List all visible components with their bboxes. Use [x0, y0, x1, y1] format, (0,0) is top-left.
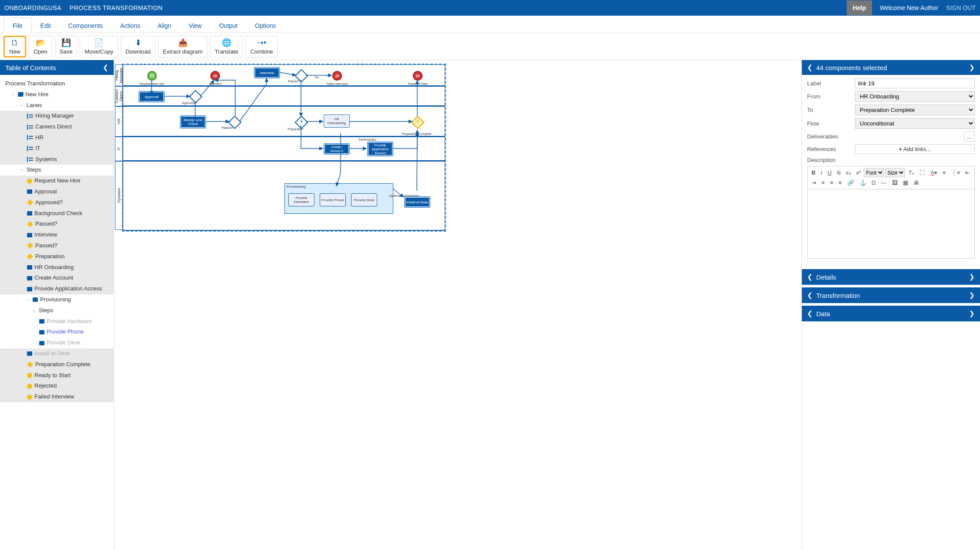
tool-open[interactable]: 📂Open — [29, 36, 52, 57]
task-hr-onboarding[interactable]: HR Onboarding — [324, 115, 350, 128]
size-select[interactable]: Size — [885, 168, 905, 177]
gateway-preparation-complete[interactable]: + Preparation Complete — [411, 115, 424, 129]
tree-item-steps[interactable]: -Steps — [0, 305, 114, 316]
image-button[interactable]: 🖼 — [890, 178, 900, 187]
indent-button[interactable]: ⇥ — [809, 178, 818, 187]
menu-view[interactable]: View — [180, 18, 210, 33]
tree-item-approved-[interactable]: Approved? — [0, 197, 114, 208]
tree-item-steps[interactable]: -Steps — [0, 165, 114, 175]
properties-header[interactable]: ❮ 44 components selected ❯ — [802, 60, 980, 75]
task-provide-hardware[interactable]: Provide Hardware — [288, 193, 314, 206]
text-color-button[interactable]: A▾ — [928, 168, 939, 177]
ordered-list-button[interactable]: ≡ — [940, 168, 948, 177]
align-center-button[interactable]: ≡ — [828, 178, 836, 187]
accordion-data[interactable]: ❮ Data ❯ — [802, 306, 980, 321]
gateway-approved[interactable]: Approved? — [189, 90, 202, 103]
task-interview[interactable]: Interview — [254, 67, 280, 78]
task-provide-application-access[interactable]: Provide Application Access — [367, 142, 393, 156]
align-left-button[interactable]: ≡ — [819, 178, 827, 187]
breadcrumb-onboardingusa[interactable]: ONBOARDINGUSA — [4, 4, 61, 11]
tree-item-rejected[interactable]: Rejected — [0, 381, 114, 391]
menu-align[interactable]: Align — [149, 18, 180, 33]
tool-download[interactable]: ⬇Download — [121, 36, 155, 57]
tree-item-create-account[interactable]: Create Account — [0, 273, 114, 283]
tree-item-systems[interactable]: Systems — [0, 154, 114, 165]
tool-save[interactable]: 💾Save — [55, 36, 78, 57]
tree-item-careers-direct[interactable]: Careers Direct — [0, 121, 114, 132]
tree-item-background-check[interactable]: Background Check — [0, 208, 114, 219]
unordered-list-button[interactable]: ⋮≡ — [949, 168, 963, 177]
tool-move-copy[interactable]: 📄Move/Copy — [80, 36, 118, 57]
tree-item-hr[interactable]: HR — [0, 132, 114, 143]
symbol-button[interactable]: Ω — [869, 178, 878, 187]
to-select[interactable]: Preparation Complete — [855, 105, 975, 115]
superscript-button[interactable]: x² — [854, 168, 863, 177]
toc-header[interactable]: Table of Contents ❮ — [0, 60, 114, 75]
task-provide-phone[interactable]: Provide Phone — [320, 193, 346, 206]
tree-item-it[interactable]: IT — [0, 143, 114, 154]
tree-item-request-new-hire[interactable]: Request New Hire — [0, 175, 114, 186]
tree-item-hiring-manager[interactable]: Hiring Manager — [0, 111, 114, 121]
tree-item-passed-[interactable]: Passed? — [0, 219, 114, 229]
diagram-canvas[interactable]: Hiring Manager Careers Direct HR IT Syst… — [114, 60, 801, 550]
from-select[interactable]: HR Onboarding — [855, 91, 975, 102]
end-event-rejected[interactable]: ✉ Rejected — [210, 71, 220, 81]
tree-item-install-at-desk[interactable]: Install at Desk — [0, 348, 114, 359]
start-event-request-new-hire[interactable]: ✉ Request New Hire — [147, 71, 157, 81]
fullscreen-button[interactable]: ⛶ — [917, 168, 927, 177]
tree-item-provisioning[interactable]: -Provisioning — [0, 294, 114, 305]
table-button[interactable]: ▦ — [901, 178, 910, 187]
link-button[interactable]: 🔗 — [845, 178, 856, 187]
tree-item-approval[interactable]: Approval — [0, 186, 114, 197]
end-event-ready-to-start[interactable]: ✉ Ready to Start — [413, 71, 422, 81]
clear-format-button[interactable]: Tₓ — [906, 168, 916, 177]
tree-item-hr-onboarding[interactable]: HR Onboarding — [0, 262, 114, 273]
tool-combine[interactable]: ⇢•Combine — [246, 36, 278, 57]
gateway-passed-interview[interactable]: Passed? — [294, 69, 308, 82]
tree-item-interview[interactable]: Interview — [0, 229, 114, 240]
subscript-button[interactable]: x₂ — [844, 168, 853, 177]
breadcrumb-process-transformation[interactable]: PROCESS TRANSFORMATION — [70, 4, 163, 11]
accordion-details[interactable]: ❮ Details ❯ — [802, 269, 980, 285]
align-right-button[interactable]: ≡ — [836, 178, 844, 187]
task-provide-desk[interactable]: Provide Desk — [351, 193, 377, 206]
tree-item-ready-to-start[interactable]: Ready to Start — [0, 370, 114, 381]
tree-item-provide-hardware[interactable]: Provide Hardware — [0, 316, 114, 327]
tree-item-provide-phone[interactable]: Provide Phone — [0, 327, 114, 337]
tree-item-new-hire[interactable]: -New Hire — [0, 89, 114, 100]
font-select[interactable]: Font — [864, 168, 884, 177]
tree-item-passed-[interactable]: Passed? — [0, 240, 114, 251]
sign-out-link[interactable]: SIGN OUT — [946, 4, 976, 11]
task-background-check[interactable]: Background Check — [180, 115, 206, 128]
anchor-button[interactable]: ⚓ — [857, 178, 868, 187]
tree-root[interactable]: Process Transformation — [0, 78, 114, 89]
deliverables-more-button[interactable]: ... — [964, 132, 975, 142]
underline-button[interactable]: U — [825, 168, 834, 177]
gateway-preparation[interactable]: + Preparation — [294, 115, 308, 129]
help-button[interactable]: Help — [847, 0, 872, 15]
outdent-button[interactable]: ⇤ — [963, 168, 972, 177]
label-input[interactable] — [855, 78, 975, 88]
hr-button[interactable]: — — [879, 178, 889, 187]
italic-button[interactable]: I — [818, 168, 825, 177]
menu-output[interactable]: Output — [210, 18, 246, 33]
task-create-account[interactable]: Create Account — [324, 143, 350, 155]
bold-button[interactable]: B — [809, 168, 818, 177]
menu-edit[interactable]: Edit — [32, 18, 60, 33]
tree-item-provide-application-access[interactable]: Provide Application Access — [0, 283, 114, 294]
tool-translate[interactable]: 🌐Translate — [210, 36, 243, 57]
end-event-failed-interview[interactable]: ✉ Failed Interview — [332, 71, 342, 81]
accordion-transformation[interactable]: ❮ Transformation ❯ — [802, 287, 980, 303]
tree-item-preparation[interactable]: Preparation — [0, 251, 114, 262]
description-editor[interactable] — [807, 189, 975, 259]
tree-item-lanes[interactable]: -Lanes — [0, 100, 114, 111]
tree-item-provide-desk[interactable]: Provide Desk — [0, 337, 114, 348]
tree-item-failed-interview[interactable]: Failed Interview — [0, 391, 114, 402]
task-install-at-desk[interactable]: Install at Desk — [404, 196, 430, 208]
flow-select[interactable]: Unconditional — [855, 118, 975, 129]
gateway-passed-background[interactable]: Passed? — [228, 115, 241, 129]
menu-options[interactable]: Options — [246, 18, 284, 33]
menu-components[interactable]: Components — [60, 18, 112, 33]
tool-extract-diagram[interactable]: 📤Extract diagram — [158, 36, 207, 57]
menu-file[interactable]: File — [3, 17, 32, 33]
